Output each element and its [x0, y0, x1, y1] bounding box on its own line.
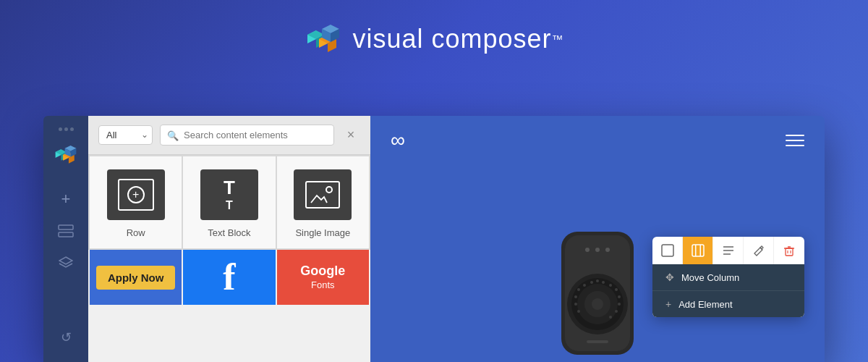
plus-circle-icon: + [127, 186, 145, 203]
dot-3 [70, 127, 74, 131]
align-icon-button[interactable] [713, 237, 744, 264]
element-card-row[interactable]: + Row [90, 156, 182, 248]
element-card-image[interactable]: Single Image [277, 156, 369, 248]
svg-point-38 [618, 295, 621, 298]
add-element-label: Add Element [678, 299, 732, 310]
toolbar-icons-row [652, 237, 804, 264]
align-icon [722, 244, 735, 257]
bottom-cards: Apply Now f Google Fonts [88, 250, 370, 306]
add-element-item[interactable]: + Add Element [652, 291, 804, 317]
svg-point-39 [618, 303, 621, 306]
svg-point-40 [615, 310, 618, 313]
edit-icon-button[interactable] [744, 237, 774, 264]
hamburger-menu-button[interactable] [786, 135, 804, 146]
svg-rect-45 [587, 340, 608, 343]
trash-icon [783, 244, 796, 257]
menu-bar-1 [786, 135, 804, 136]
sun-icon [326, 186, 333, 193]
svg-point-37 [615, 288, 618, 291]
window-dots [59, 127, 74, 131]
svg-point-42 [577, 310, 580, 313]
toolbar-menu: ✥ Move Column + Add Element [652, 264, 804, 317]
app-logo [305, 20, 342, 58]
sidebar: + ↺ [43, 116, 88, 362]
google-fonts-card[interactable]: Google Fonts [277, 250, 369, 305]
svg-rect-49 [699, 245, 701, 256]
textblock-label: Text Block [208, 227, 250, 238]
infinity-logo: ∞ [391, 129, 404, 152]
svg-point-32 [583, 284, 586, 287]
svg-point-41 [609, 316, 612, 319]
svg-rect-46 [662, 245, 673, 256]
pencil-icon [752, 244, 765, 257]
menu-bar-3 [786, 145, 804, 146]
element-card-textblock[interactable]: T T Text Block [183, 156, 275, 248]
svg-point-36 [609, 284, 612, 287]
column-icon [661, 244, 674, 257]
text-t-small-icon: T [226, 200, 233, 211]
stack-icon[interactable] [53, 250, 79, 276]
google-fonts-label-line1: Google [300, 264, 345, 279]
textblock-icon: T T [224, 178, 235, 211]
svg-point-33 [590, 281, 593, 284]
svg-point-34 [596, 279, 599, 282]
search-input[interactable] [160, 125, 334, 146]
filter-select[interactable]: All Basic Media Design [98, 125, 153, 145]
svg-point-25 [605, 248, 610, 252]
menu-bar-2 [786, 140, 804, 141]
image-label: Single Image [295, 227, 350, 238]
device-illustration [532, 217, 663, 362]
filter-wrapper: All Basic Media Design [98, 125, 153, 145]
facebook-f-icon: f [223, 258, 235, 296]
dot-1 [59, 127, 62, 131]
column-active-icon [692, 244, 705, 257]
undo-icon[interactable]: ↺ [53, 324, 79, 350]
facebook-card[interactable]: f [183, 250, 275, 305]
search-wrapper: 🔍 [160, 125, 334, 146]
move-column-item[interactable]: ✥ Move Column [652, 264, 804, 291]
svg-point-30 [592, 298, 603, 310]
apply-now-button[interactable]: Apply Now [96, 266, 176, 290]
search-icon: 🔍 [167, 130, 179, 140]
app-title: visual composer™ [352, 24, 563, 54]
app-header: visual composer™ [0, 0, 868, 72]
delete-icon-button[interactable] [774, 237, 804, 264]
toolbar-popup: ✥ Move Column + Add Element [652, 237, 804, 317]
add-icon[interactable]: + [53, 186, 79, 212]
svg-point-43 [574, 303, 577, 306]
row-icon: + [118, 179, 154, 211]
text-t-large-icon: T [224, 178, 235, 197]
svg-rect-19 [59, 232, 73, 237]
column-active-icon-button[interactable] [683, 237, 713, 264]
layers-icon[interactable] [53, 218, 79, 244]
mountain-icon [310, 191, 328, 204]
svg-point-44 [574, 295, 577, 298]
close-panel-button[interactable]: × [341, 126, 360, 145]
svg-marker-20 [59, 257, 72, 264]
move-icon: ✥ [665, 272, 674, 283]
svg-point-35 [602, 281, 605, 284]
move-column-label: Move Column [681, 272, 739, 283]
sidebar-logo [54, 143, 78, 170]
panel-header: All Basic Media Design 🔍 × [88, 116, 370, 155]
svg-rect-18 [59, 225, 73, 230]
elements-grid: + Row T T Text Block [88, 155, 370, 250]
svg-point-23 [585, 248, 590, 252]
row-label: Row [127, 227, 145, 238]
elements-panel: All Basic Media Design 🔍 × + [88, 116, 370, 362]
svg-rect-53 [786, 248, 793, 256]
svg-point-31 [577, 288, 580, 291]
dot-2 [64, 127, 68, 131]
apply-now-card[interactable]: Apply Now [90, 250, 182, 305]
speaker-svg [540, 224, 655, 362]
ui-container: + ↺ All Basic Media Design [43, 116, 825, 362]
add-element-icon: + [665, 298, 671, 310]
row-icon-box: + [107, 169, 165, 220]
canvas-nav: ∞ [370, 116, 825, 165]
svg-point-24 [595, 248, 600, 252]
svg-rect-47 [692, 245, 704, 256]
canvas-area: ∞ [370, 116, 825, 362]
svg-rect-48 [695, 245, 697, 256]
image-icon-box [294, 169, 352, 220]
column-icon-button[interactable] [652, 237, 683, 264]
